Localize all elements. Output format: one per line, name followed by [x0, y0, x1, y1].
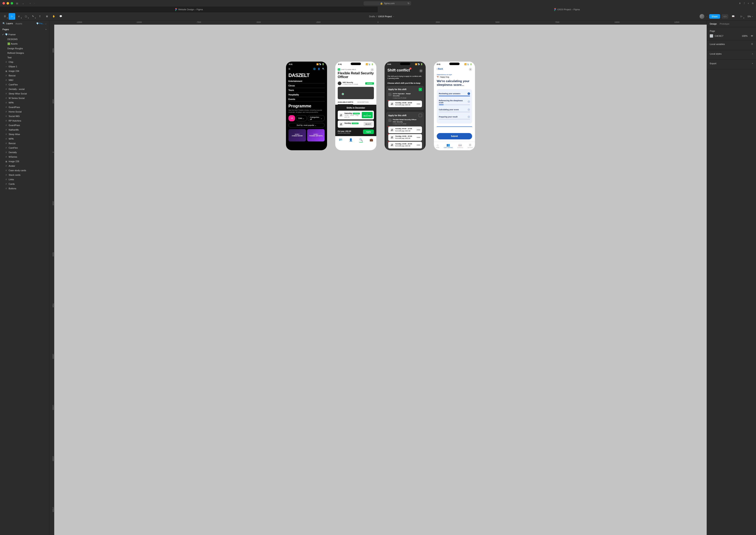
layer-item[interactable]: #NathanMc	[0, 127, 49, 132]
shift-row: 13DEC Sunday, 14:00 - 22:00Est shift pay…	[388, 142, 422, 149]
user-avatar[interactable]	[700, 14, 705, 19]
layer-item[interactable]: #Social IMG	[0, 114, 49, 119]
minimize-window-button[interactable]	[7, 2, 9, 5]
color-opacity[interactable]: 100%	[742, 35, 747, 37]
close-window-button[interactable]	[2, 2, 5, 5]
layer-item[interactable]: ○Ellipse 1	[0, 64, 49, 69]
layer-item[interactable]: #Links	[0, 177, 49, 182]
layer-item[interactable]: #NMJ	[0, 78, 49, 82]
refresh-icon[interactable]: ↻	[408, 2, 409, 5]
layer-item[interactable]: #W Series Social	[0, 96, 49, 100]
layer-item[interactable]: #Case study cards	[0, 168, 49, 173]
design-tab[interactable]: Design	[710, 23, 717, 25]
browser-tab-1[interactable]: Website Design – Figma	[0, 7, 378, 12]
nav-forward-icon[interactable]: ›	[33, 1, 36, 5]
select-button: SELECT	[364, 122, 373, 127]
layer-item[interactable]: ▣image 234	[0, 69, 49, 73]
layers-tab[interactable]: 🔍Layers	[2, 22, 13, 25]
share-icon[interactable]: ⤴	[744, 2, 745, 5]
svg-point-3	[176, 9, 177, 10]
breadcrumb-root[interactable]: Drafts	[369, 15, 375, 18]
svg-point-0	[175, 8, 176, 9]
download-icon[interactable]: ⬇	[739, 2, 741, 5]
layer-item[interactable]: #Cards	[0, 182, 49, 186]
add-page-button[interactable]: +	[45, 28, 46, 31]
share-button[interactable]: Share	[709, 14, 720, 19]
conflict-badge: 1	[409, 68, 411, 70]
resources-button[interactable]: ⊞	[44, 13, 50, 20]
design-frame-daszelt[interactable]: 9:41📶 📡 🔋 ☰ 🌐 👤 🔍 DASZELT EntertainmentC…	[286, 62, 327, 150]
present-button[interactable]: ▷▾	[738, 13, 745, 20]
sidebar-toggle-icon[interactable]: ▤	[15, 1, 19, 6]
zoom-level[interactable]: 5%⌄	[746, 15, 754, 18]
library-icon[interactable]: 📖	[730, 13, 737, 20]
comment-tool-button[interactable]: 💬	[57, 13, 64, 20]
tabs-icon[interactable]: ⧉	[752, 2, 754, 5]
page-item[interactable]: Design Roughs	[0, 46, 49, 51]
layer-item[interactable]: #Banzai	[0, 141, 49, 146]
shape-tool-button[interactable]: ▢▾	[23, 13, 29, 20]
svg-point-8	[555, 9, 556, 10]
shifts-count: 6	[338, 69, 340, 70]
url-box[interactable]: 🔒 figma.com ↻	[364, 1, 411, 6]
page-item[interactable]: DESIGNS	[0, 37, 49, 42]
text-tool-button[interactable]: T	[37, 13, 43, 20]
frame-icon: #	[5, 115, 7, 117]
layer-item[interactable]: #GuardPass	[0, 105, 49, 109]
add-export-button[interactable]: +	[752, 62, 753, 65]
layer-item[interactable]: #WSeries	[0, 155, 49, 159]
chevron-down-icon[interactable]: ⌄	[393, 15, 394, 17]
design-frame-sleep[interactable]: 9:41📶 📡 🔋 ‹ Back✕ Wakefulness at night 🐕…	[434, 62, 475, 150]
page-filter[interactable]: 💎Fra…⌄	[36, 22, 46, 25]
layer-item[interactable]: #Home-Social	[0, 109, 49, 114]
chevron-down-icon[interactable]: ⌄	[706, 15, 708, 17]
layer-item[interactable]: #CareFlex	[0, 146, 49, 150]
nav-back-icon[interactable]: ‹	[29, 1, 32, 5]
move-tool-button[interactable]: ▷▾	[9, 13, 15, 20]
canvas[interactable]: -12500-10000-7500-5000-25000250050007500…	[49, 20, 707, 535]
page-item[interactable]: 💎 Framer	[0, 32, 49, 37]
design-frame-security[interactable]: 9:41📶 📡 🔋 ✕ 6SHIFTS AVAILABLE Flexible R…	[335, 62, 377, 150]
image-icon: ▣	[5, 160, 7, 163]
page-item[interactable]: Refined Designs	[0, 51, 49, 55]
color-swatch[interactable]	[710, 34, 713, 38]
layer-item[interactable]: #Avatar	[0, 164, 49, 168]
layer-item[interactable]: #CareFlex	[0, 82, 49, 87]
page-item[interactable]: Test	[0, 55, 49, 60]
assets-tab[interactable]: Assets	[15, 22, 22, 25]
breadcrumb-project[interactable]: UX/UI Project	[378, 15, 392, 18]
hand-tool-button[interactable]: ✋	[50, 13, 57, 20]
subtitle: The shift you're trying to apply for con…	[384, 74, 426, 81]
dev-mode-button[interactable]: </>	[722, 14, 728, 19]
layer-item[interactable]: #Dentally	[0, 150, 49, 155]
layer-item[interactable]: #WPA	[0, 136, 49, 141]
frame-tool-button[interactable]: #▾	[15, 13, 22, 20]
visibility-icon[interactable]: 👁	[751, 35, 753, 37]
layer-item[interactable]: #Sleep Wise	[0, 132, 49, 136]
layer-item[interactable]: #RP Hutchins	[0, 119, 49, 123]
layer-item[interactable]: #Chip	[0, 60, 49, 64]
main-menu-button[interactable]: ☰▾	[2, 13, 8, 20]
layer-item[interactable]: #GuardPass	[0, 123, 49, 127]
tab-label: Website Design – Figma	[178, 8, 203, 11]
design-frame-conflict[interactable]: 9:41📶 📡 🔋 ✕ Shift conflict1 The shift yo…	[384, 62, 426, 150]
chevron-down-icon[interactable]: ⌄	[21, 1, 25, 6]
add-style-button[interactable]: +	[752, 53, 753, 55]
prototype-tab[interactable]: Prototype	[720, 23, 729, 25]
browser-tab-2[interactable]: UX/UI Project – Figma	[378, 7, 756, 12]
layer-item[interactable]: #Stack cards	[0, 173, 49, 177]
frame-icon: #	[5, 133, 7, 135]
layer-item[interactable]: #Banzai	[0, 73, 49, 78]
layer-item[interactable]: #Sleep Wise Social	[0, 91, 49, 96]
variables-settings-icon[interactable]: ⚙	[751, 43, 753, 45]
pen-tool-button[interactable]: ✎▾	[30, 13, 36, 20]
new-tab-icon[interactable]: +	[748, 2, 749, 5]
page-section-label: Page	[710, 30, 753, 32]
page-item[interactable]: 🟩 Assets	[0, 42, 49, 46]
layer-item[interactable]: #Dentally - social	[0, 87, 49, 91]
layer-item[interactable]: #WPA	[0, 100, 49, 105]
layer-item[interactable]: #Buttons	[0, 186, 49, 191]
maximize-window-button[interactable]	[11, 2, 13, 5]
layer-item[interactable]: ▣image 226	[0, 159, 49, 164]
color-hex[interactable]: C4C6C7	[715, 35, 740, 37]
